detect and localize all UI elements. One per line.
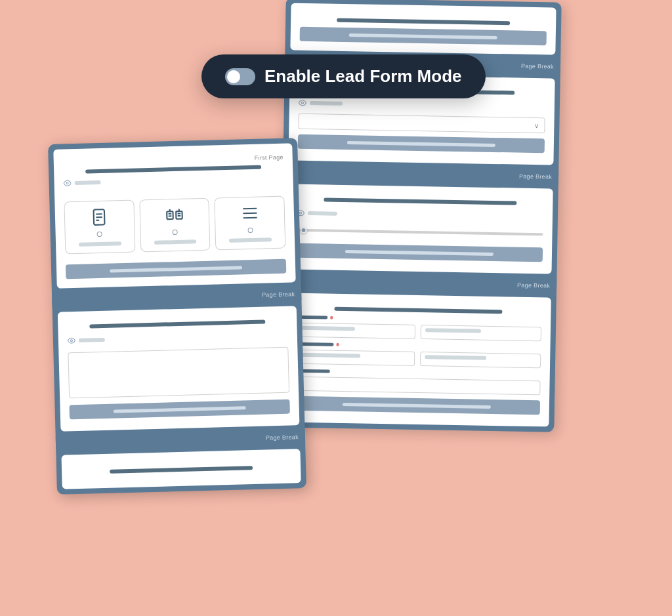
- page-break-2: Page Break: [283, 165, 558, 183]
- front-page-break-2: Page Break: [56, 430, 305, 450]
- scene: Page Break Page Break: [0, 0, 672, 616]
- page-label-1: First Page: [63, 154, 284, 167]
- input-email[interactable]: [294, 350, 415, 366]
- icon-card-2[interactable]: [139, 198, 211, 253]
- enable-lead-form-toggle[interactable]: Enable Lead Form Mode: [201, 54, 486, 98]
- icon-cards-row: [64, 196, 285, 255]
- page-card-4: [284, 293, 551, 426]
- svg-point-2: [66, 182, 68, 184]
- toggle-label: Enable Lead Form Mode: [264, 66, 462, 87]
- svg-point-0: [301, 102, 303, 104]
- icon-card-1[interactable]: [64, 200, 135, 255]
- svg-rect-8: [176, 211, 182, 219]
- slider[interactable]: [297, 229, 543, 236]
- field-row-1: [299, 99, 545, 112]
- front-page-card-3: [61, 449, 301, 489]
- page-break-3: Page Break: [281, 274, 556, 292]
- svg-rect-7: [167, 211, 173, 219]
- input-phone[interactable]: [420, 352, 541, 368]
- input-last-name[interactable]: [421, 325, 541, 341]
- svg-point-1: [299, 212, 301, 214]
- front-page-break-1: Page Break: [52, 287, 301, 307]
- fake-textarea[interactable]: [68, 347, 289, 399]
- front-page-card-1: First Page: [53, 143, 295, 288]
- input-first-name[interactable]: [295, 323, 415, 339]
- toggle-switch-icon: [225, 68, 255, 85]
- front-page-card-2: [58, 306, 300, 431]
- icon-card-3[interactable]: [215, 196, 286, 251]
- svg-point-15: [70, 340, 72, 342]
- page-card-3: [287, 184, 553, 274]
- front-panel: First Page: [48, 138, 306, 495]
- field-row-2: [297, 209, 543, 222]
- page-card-top: [290, 3, 556, 55]
- input-company[interactable]: [293, 377, 540, 396]
